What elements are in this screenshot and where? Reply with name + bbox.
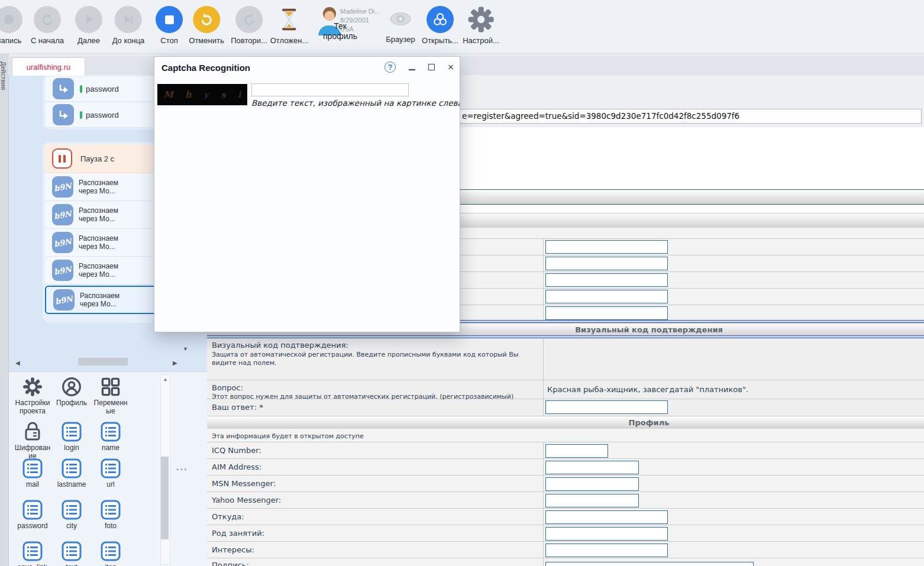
field-label: MSN Messenger:: [212, 479, 276, 488]
visual-code-label: Визуальный код подтверждения:: [212, 341, 348, 350]
field-label: Интересы:: [212, 545, 254, 554]
to-end-label: До конца: [112, 36, 145, 45]
aim-input[interactable]: [545, 461, 639, 474]
vars-scroll-thumb[interactable]: [161, 457, 169, 539]
registration-field-3[interactable]: [545, 273, 668, 287]
var-name[interactable]: name: [83, 422, 138, 452]
registration-field-2[interactable]: [545, 257, 668, 270]
status-bar-icon: [80, 85, 82, 93]
hscroll-left-icon[interactable]: ◀: [15, 360, 20, 366]
var-label: mail: [26, 480, 39, 489]
field-label: Подпись:: [212, 561, 249, 566]
main-toolbar: Запись С начала Далее До конца Стоп Отме…: [0, 0, 924, 54]
field-label: Род занятий:: [212, 529, 264, 538]
block-label: Распознаемчерез Мо...: [79, 262, 118, 279]
redo-icon: [235, 6, 263, 33]
settings-button[interactable]: Настрой...: [463, 6, 499, 45]
tab-strip: uralfishing.ru: [8, 56, 924, 75]
stop-button[interactable]: Стоп: [156, 6, 183, 45]
block-label: Распознаемчерез Мо...: [79, 179, 118, 195]
question-value: Красная рыба-хищник, завсегдатай "платни…: [547, 385, 748, 394]
hscroll-thumb[interactable]: [78, 358, 128, 366]
browser-button[interactable]: Браузер: [386, 6, 415, 44]
variables-panel: Настройки проекта Профиль Переменн ые: [8, 371, 207, 566]
next-button[interactable]: Далее: [75, 6, 102, 45]
canvas-scroll-down-icon[interactable]: ▼: [183, 346, 188, 352]
variables-button[interactable]: Переменн ые: [83, 377, 138, 415]
yahoo-input[interactable]: [545, 494, 639, 507]
occupation-input[interactable]: [545, 527, 668, 541]
var-label: url: [106, 480, 114, 489]
next-label: Далее: [77, 36, 100, 45]
var-label: password: [17, 522, 47, 530]
scroll-up-icon[interactable]: ▲: [161, 377, 170, 382]
hourglass-icon: [280, 6, 298, 33]
url-value: e=register&agreed=true&sid=3980c9d230e71…: [462, 111, 739, 121]
msn-input[interactable]: [545, 477, 639, 491]
grid-icon: [101, 377, 121, 397]
field-label: AIM Address:: [212, 462, 261, 471]
redo-button[interactable]: Повтори...: [231, 6, 267, 45]
list-icon: [101, 500, 121, 520]
browser-label: Браузер: [386, 35, 415, 44]
record-button[interactable]: Запись: [0, 6, 22, 45]
block-label: password: [86, 85, 119, 93]
answer-input[interactable]: [545, 400, 668, 414]
interests-input[interactable]: [545, 544, 668, 557]
var-label: Переменн ые: [94, 399, 128, 415]
skip-end-icon: [115, 6, 142, 33]
captcha-text-input[interactable]: [251, 83, 409, 96]
tab-uralfishing-label: uralfishing.ru: [27, 63, 70, 72]
var-foto[interactable]: foto: [83, 500, 138, 530]
tab-uralfishing[interactable]: uralfishing.ru: [12, 57, 85, 76]
var-label: foto: [105, 522, 117, 530]
maximize-icon[interactable]: [428, 64, 435, 70]
pause-icon: [52, 148, 72, 169]
gear-outline-icon: [22, 377, 43, 397]
minimize-icon[interactable]: [409, 69, 415, 70]
help-icon[interactable]: ?: [385, 62, 396, 73]
captcha-image-dark: M h y s i: [157, 84, 247, 105]
var-url[interactable]: url: [83, 458, 138, 489]
trefoil-icon: [427, 6, 454, 33]
var-itog[interactable]: itog: [83, 541, 138, 566]
signature-input[interactable]: [545, 562, 754, 566]
var-label: lastname: [57, 480, 86, 489]
list-icon: [62, 458, 82, 478]
visual-code-header: Визуальный код подтверждения: [575, 325, 723, 334]
deferred-button[interactable]: Отложен...: [270, 6, 309, 45]
open-button[interactable]: Открыть...: [422, 6, 458, 45]
captcha-module-icon: b9N: [52, 176, 73, 198]
restart-button[interactable]: С начала: [31, 6, 64, 45]
registration-field-4[interactable]: [545, 290, 668, 303]
list-icon: [62, 541, 82, 561]
captcha-module-icon: b9N: [53, 289, 75, 311]
list-icon: [22, 500, 43, 520]
var-label: text: [66, 563, 77, 566]
redo-label: Повтори...: [231, 36, 267, 45]
record-icon: [0, 6, 22, 33]
play-icon: [75, 6, 102, 33]
deferred-label: Отложен...: [270, 36, 309, 45]
panel-splitter-dots[interactable]: ...: [176, 462, 188, 473]
status-bar-icon: [80, 111, 82, 119]
icq-input[interactable]: [545, 444, 608, 458]
location-input[interactable]: [545, 510, 668, 524]
restart-icon: [34, 6, 61, 33]
hscroll-right-icon[interactable]: ▶: [173, 360, 177, 366]
registration-field-1[interactable]: [545, 240, 668, 254]
registration-field-5[interactable]: [545, 306, 668, 320]
actions-side-tab-label: Действия: [0, 62, 7, 90]
profile-note: Эта информация будет в открытом доступе: [212, 432, 626, 441]
profile-header-band: Профиль: [207, 416, 924, 429]
actions-side-tab[interactable]: Действия: [0, 53, 9, 566]
pause-label: Пауза 2 с: [80, 154, 114, 163]
to-end-button[interactable]: До конца: [112, 6, 145, 45]
list-icon: [22, 541, 43, 561]
close-icon[interactable]: ×: [448, 62, 454, 72]
block-label: Распознаемчерез Мо...: [80, 292, 119, 308]
stop-label: Стоп: [160, 36, 177, 45]
vars-scrollbar[interactable]: ▲: [160, 374, 170, 565]
undo-button[interactable]: Отменить: [189, 6, 224, 45]
list-icon: [62, 422, 82, 442]
